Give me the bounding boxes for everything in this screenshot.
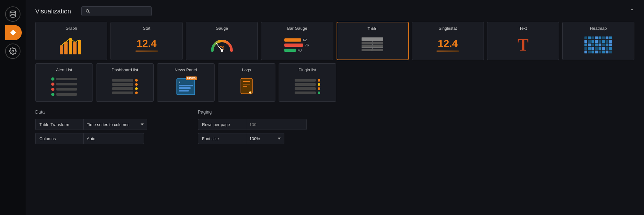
viz-card-bar-gauge-icon: 62 76 43 xyxy=(264,33,330,57)
bar-gauge-row-2: 76 xyxy=(284,43,310,47)
main-content: Visualization ⌃ Graph xyxy=(26,0,644,215)
viz-card-gauge-icon: 79 xyxy=(189,33,255,57)
viz-card-bar-gauge[interactable]: Bar Gauge 62 76 43 xyxy=(261,22,333,60)
svg-point-2 xyxy=(12,50,14,52)
svg-rect-15 xyxy=(373,42,383,44)
viz-card-stat[interactable]: Stat 12.4 xyxy=(110,22,183,60)
stat-value: 12.4 xyxy=(137,38,157,49)
viz-card-text-label: Text xyxy=(519,26,527,31)
viz-grid-row2: Alert List xyxy=(35,63,634,102)
viz-card-text-icon: T xyxy=(490,33,556,57)
bar-2 xyxy=(284,44,303,47)
columns-label: Columns xyxy=(35,133,83,144)
paging-section-title: Paging xyxy=(198,109,335,115)
alert-dot-red2 xyxy=(51,88,54,91)
svg-rect-17 xyxy=(373,45,383,48)
table-transform-select[interactable]: Time series to columns xyxy=(83,119,147,130)
viz-card-logs-label: Logs xyxy=(242,68,251,72)
viz-card-bar-gauge-label: Bar Gauge xyxy=(287,26,307,31)
svg-rect-6 xyxy=(64,42,68,54)
columns-input[interactable] xyxy=(83,133,144,144)
viz-card-graph-label: Graph xyxy=(65,26,77,31)
font-size-label: Font size xyxy=(198,133,246,144)
viz-card-alert-list[interactable]: Alert List xyxy=(35,63,93,102)
search-icon xyxy=(86,9,90,13)
viz-card-singlestat-label: Singlestat xyxy=(439,26,457,31)
table-transform-label: Table Transform xyxy=(35,119,83,130)
stat-underline xyxy=(135,51,158,52)
svg-rect-7 xyxy=(69,38,72,54)
alert-dot-green2 xyxy=(51,93,54,96)
svg-rect-16 xyxy=(362,45,372,48)
bottom-section: Data Table Transform Time series to colu… xyxy=(35,109,634,147)
bar-gauge-row-3: 43 xyxy=(284,48,310,52)
viz-card-gauge[interactable]: Gauge 79 xyxy=(186,22,258,60)
rows-per-page-row: Rows per page xyxy=(198,119,335,130)
sidebar-icon-chart[interactable] xyxy=(5,25,22,40)
svg-rect-5 xyxy=(60,45,63,54)
columns-row: Columns xyxy=(35,133,172,144)
rows-per-page-label: Rows per page xyxy=(198,119,246,130)
svg-line-4 xyxy=(88,12,90,13)
heatmap-grid xyxy=(584,36,612,53)
svg-rect-14 xyxy=(362,42,372,44)
viz-card-singlestat[interactable]: Singlestat 12.4 xyxy=(412,22,484,60)
svg-point-0 xyxy=(10,11,16,13)
viz-card-singlestat-icon: 12.4 xyxy=(415,33,481,57)
viz-card-plugin-list-icon xyxy=(281,75,333,98)
viz-card-logs[interactable]: Logs xyxy=(218,63,275,102)
viz-card-news-panel-icon: NEWS ≡ xyxy=(160,75,212,98)
viz-card-alert-list-label: Alert List xyxy=(56,68,72,72)
data-section-title: Data xyxy=(35,109,172,115)
viz-card-dashboard-list[interactable]: Dashboard list xyxy=(96,63,154,102)
svg-rect-18 xyxy=(362,49,372,51)
viz-card-table-icon xyxy=(340,34,405,56)
spacer xyxy=(361,109,635,147)
bar-3 xyxy=(284,49,296,52)
data-section: Data Table Transform Time series to colu… xyxy=(35,109,172,147)
viz-card-news-panel[interactable]: News Panel NEWS ≡ xyxy=(157,63,215,102)
svg-rect-8 xyxy=(73,42,77,54)
viz-card-text[interactable]: Text T xyxy=(487,22,559,60)
bar-gauge-row-1: 62 xyxy=(284,38,310,42)
viz-card-dashboard-list-icon xyxy=(99,75,151,98)
viz-search-input[interactable] xyxy=(92,9,146,14)
viz-card-logs-icon xyxy=(221,75,273,98)
font-size-row: Font size 80% 90% 100% 110% 120% xyxy=(198,133,335,144)
viz-card-graph-icon xyxy=(38,33,104,57)
viz-card-plugin-list-label: Plugin list xyxy=(298,68,316,72)
viz-card-gauge-label: Gauge xyxy=(216,26,228,31)
bar-1 xyxy=(284,38,301,42)
sidebar xyxy=(0,0,26,215)
sidebar-icon-gear[interactable] xyxy=(5,44,20,59)
sidebar-icon-database[interactable] xyxy=(5,6,20,22)
bar-gauge-bars: 62 76 43 xyxy=(284,38,310,52)
singlestat-value: 12.4 xyxy=(438,38,458,49)
alert-dot-green xyxy=(51,77,54,81)
svg-rect-19 xyxy=(373,49,383,51)
rows-per-page-input[interactable] xyxy=(246,119,307,130)
viz-card-plugin-list[interactable]: Plugin list xyxy=(279,63,336,102)
viz-card-news-panel-label: News Panel xyxy=(175,68,197,72)
viz-card-heatmap-icon xyxy=(565,33,632,57)
svg-point-12 xyxy=(221,49,223,52)
viz-title: Visualization xyxy=(35,8,71,15)
viz-card-table[interactable]: Table xyxy=(337,22,409,60)
viz-card-stat-label: Stat xyxy=(143,26,150,31)
viz-card-stat-icon: 12.4 xyxy=(113,33,180,57)
collapse-icon[interactable]: ⌃ xyxy=(630,8,634,15)
viz-card-dashboard-list-label: Dashboard list xyxy=(111,68,138,72)
viz-header: Visualization ⌃ xyxy=(35,6,634,16)
font-size-select[interactable]: 80% 90% 100% 110% 120% xyxy=(246,133,284,144)
table-transform-row: Table Transform Time series to columns xyxy=(35,119,172,130)
svg-marker-1 xyxy=(10,30,16,36)
viz-card-heatmap[interactable]: Heatmap xyxy=(562,22,634,60)
viz-grid-row1: Graph Stat 12.4 Gauge xyxy=(35,22,634,60)
alert-dot-red xyxy=(51,83,54,86)
paging-section: Paging Rows per page Font size 80% 90% 1… xyxy=(198,109,335,147)
viz-card-alert-list-icon xyxy=(38,75,90,98)
svg-rect-9 xyxy=(78,40,81,54)
viz-card-graph[interactable]: Graph xyxy=(35,22,107,60)
search-box[interactable] xyxy=(81,6,152,16)
viz-card-table-label: Table xyxy=(368,26,378,31)
